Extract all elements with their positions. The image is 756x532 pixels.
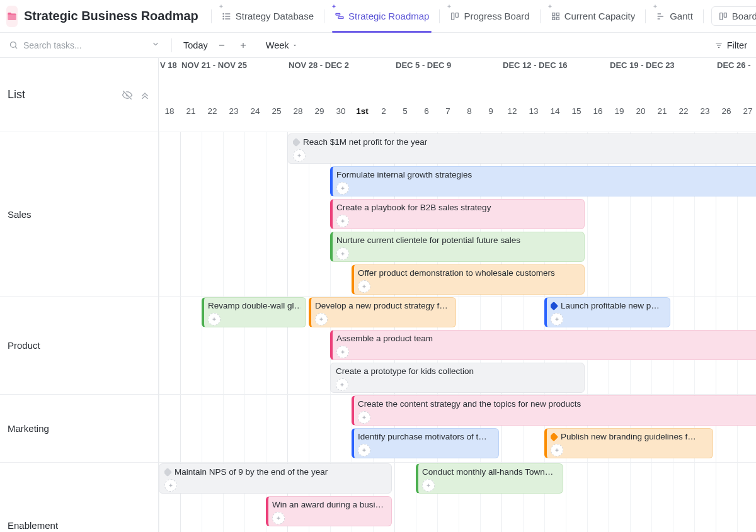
task-label: Identify purchase motivators of t…: [358, 431, 493, 443]
today-button[interactable]: Today: [183, 40, 208, 50]
task-bar[interactable]: Win an award during a busi…: [266, 496, 392, 526]
task-bar[interactable]: Offer product demonstration to wholesale…: [352, 264, 585, 295]
task-bar[interactable]: Maintain NPS of 9 by the end of the year: [159, 463, 392, 494]
task-label: Nurture current clientele for potential …: [336, 235, 579, 246]
task-bar[interactable]: Create a prototype for kids collection: [330, 363, 585, 393]
week-label: DEC 19 - DEC 23: [609, 58, 716, 73]
tab-divider: [645, 9, 646, 23]
assignee-add-icon[interactable]: [208, 313, 220, 325]
day-label: 5: [394, 103, 416, 120]
assignee-add-icon[interactable]: [422, 479, 435, 492]
tab-gantt[interactable]: Gantt: [647, 0, 702, 32]
group-row[interactable]: Sales: [0, 132, 158, 297]
assignee-add-icon[interactable]: [336, 346, 349, 358]
day-label: 23: [694, 103, 716, 120]
tab-label: Progress Board: [464, 11, 529, 21]
day-label: 13: [523, 103, 544, 120]
svg-rect-3: [336, 13, 340, 15]
group-row[interactable]: Enablement: [0, 463, 158, 532]
day-label: 24: [244, 103, 266, 120]
eye-off-icon[interactable]: [122, 89, 133, 101]
tab-progress-board[interactable]: Progress Board: [441, 0, 538, 32]
week-label: NOV 21 - NOV 25: [180, 58, 287, 73]
toolbar-divider: [171, 38, 172, 52]
task-bar[interactable]: Identify purchase motivators of t…: [352, 428, 499, 458]
task-label: Assemble a product team: [336, 333, 756, 344]
task-bar[interactable]: Develop a new product strategy f…: [309, 297, 456, 327]
assignee-add-icon[interactable]: [358, 411, 370, 424]
day-label: 20: [630, 103, 651, 120]
assignee-add-icon[interactable]: [358, 280, 370, 293]
task-bar[interactable]: Create the content strategy and the topi…: [352, 395, 756, 426]
filter-button[interactable]: Filter: [714, 40, 747, 50]
board-icon: [718, 11, 728, 21]
tab-current-capacity[interactable]: Current Capacity: [542, 0, 644, 32]
assignee-add-icon[interactable]: [358, 444, 370, 456]
assignee-add-icon[interactable]: [164, 479, 177, 492]
assignee-add-icon[interactable]: [336, 215, 349, 227]
task-bar[interactable]: Formulate internal growth strategies: [330, 166, 756, 196]
task-label: Launch profitable new p…: [551, 300, 665, 312]
day-label: 2: [373, 103, 394, 120]
day-label: 27: [737, 103, 756, 120]
group-label: Product: [8, 340, 40, 351]
assignee-add-icon[interactable]: [315, 313, 328, 325]
day-label: 21: [651, 103, 673, 120]
svg-rect-6: [456, 13, 459, 17]
task-bar[interactable]: Nurture current clientele for potential …: [330, 232, 585, 262]
search-input[interactable]: [23, 40, 146, 50]
toolbar: Today Week Filter: [0, 33, 756, 58]
task-label: Develop a new product strategy f…: [315, 300, 450, 312]
assignee-add-icon[interactable]: [293, 149, 306, 162]
day-label: 7: [437, 103, 459, 120]
day-label: 26: [716, 103, 737, 120]
svg-rect-11: [720, 13, 723, 20]
task-bar[interactable]: Revamp double-wall gl…: [202, 297, 306, 327]
week-label: DEC 26 -: [716, 58, 756, 73]
chevron-down-icon[interactable]: [151, 40, 160, 50]
grid-icon: [551, 11, 561, 21]
svg-rect-10: [556, 17, 559, 20]
task-label: Revamp double-wall gl…: [208, 300, 301, 312]
search-wrap: [9, 40, 160, 50]
assignee-add-icon[interactable]: [336, 247, 349, 260]
timeline[interactable]: V 18NOV 21 - NOV 25NOV 28 - DEC 2DEC 5 -…: [159, 58, 756, 532]
day-label: 8: [459, 103, 480, 120]
list-header: List: [0, 58, 158, 132]
day-label: 1st: [352, 103, 373, 120]
group-label: Marketing: [8, 423, 49, 434]
board-view-button[interactable]: Board: [711, 6, 756, 26]
task-label: Create the content strategy and the topi…: [358, 399, 756, 410]
assignee-add-icon[interactable]: [336, 182, 349, 195]
day-label: 22: [673, 103, 694, 120]
task-label: Create a playbook for B2B sales strategy: [336, 202, 579, 213]
task-bar[interactable]: Reach $1M net profit for the year: [287, 133, 756, 164]
assignee-add-icon[interactable]: [551, 313, 563, 325]
tab-strategy-database[interactable]: Strategy Database: [213, 0, 323, 32]
day-label: 19: [609, 103, 630, 120]
svg-rect-4: [338, 16, 343, 18]
group-row[interactable]: Product: [0, 297, 158, 395]
timescale-select[interactable]: Week: [266, 40, 298, 50]
svg-rect-12: [724, 13, 726, 17]
task-bar[interactable]: Assemble a product team: [330, 330, 756, 360]
assignee-add-icon[interactable]: [336, 378, 348, 391]
task-bar[interactable]: Create a playbook for B2B sales strategy: [330, 199, 585, 229]
tab-strategic-roadmap[interactable]: Strategic Roadmap: [326, 0, 438, 32]
task-bar[interactable]: Publish new branding guidelines f…: [544, 428, 713, 458]
assignee-add-icon[interactable]: [551, 444, 563, 456]
zoom-in-button[interactable]: [236, 38, 251, 53]
assignee-add-icon[interactable]: [272, 512, 285, 524]
task-label: Formulate internal growth strategies: [336, 169, 756, 181]
zoom-out-button[interactable]: [214, 38, 229, 53]
view-switch: Board: [702, 6, 756, 26]
list-title: List: [8, 88, 25, 101]
svg-rect-5: [452, 13, 454, 20]
task-bar[interactable]: Conduct monthly all-hands Town…: [416, 463, 563, 494]
task-bar[interactable]: Launch profitable new p…: [544, 297, 670, 327]
group-row[interactable]: Marketing: [0, 395, 158, 463]
day-label: 15: [566, 103, 587, 120]
filter-label: Filter: [727, 40, 747, 50]
milestone-icon: [293, 138, 301, 147]
collapse-icon[interactable]: [139, 89, 151, 101]
